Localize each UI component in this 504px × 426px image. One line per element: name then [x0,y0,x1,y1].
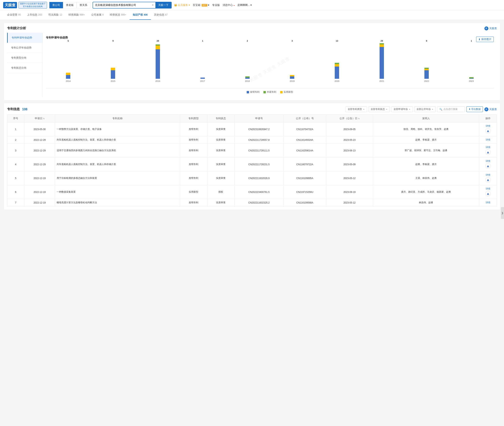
main-nav-经营风险[interactable]: 经营风险999+ [65,10,88,20]
bar-group-2023[interactable]: 12023 [449,43,494,82]
cell-no: 2 [7,136,24,144]
top-btn[interactable] [485,177,491,183]
main-nav-企业背景[interactable]: 企业背景95 [4,10,24,20]
bar-group-2015[interactable]: 92015 [91,43,136,82]
content: 专利统计分析 眼 天眼查 专利申请年份趋势专利公开年份趋势专利类型分布专利状态分… [0,20,504,213]
main-nav-公司发展[interactable]: 公司发展9 [88,10,107,20]
cell-appno: CN202211728557.8 [234,136,283,144]
cell-status: 实质审查 [207,122,234,136]
table-header-申请日: 申请日⇅ [24,115,55,122]
cell-inventor: 赵勇、李栋梁、龚月 [373,157,479,171]
main-nav-司法风险[interactable]: 司法风险12 [45,10,65,20]
bar-group-2016[interactable]: 282016 [136,43,180,82]
legend-item: 外观专利 [263,90,276,94]
member-service-btn[interactable]: 👑 会员服务 ▾ [174,3,190,7]
sort-icon[interactable]: ⇅ [43,117,45,120]
cell-date: 2022-12-29 [24,157,55,171]
cell-name: 一种数据采集装置 [55,185,180,199]
cell-date: 2022-12-19 [24,199,55,206]
patent-info-section: 专利信息 108 全部专利类型 全部专利状态 全部申请年份 全部公开年份 🔍点击… [4,103,500,210]
cell-inventor: 王震、林昌伟、赵勇 [373,171,479,185]
table-header-操作: 操作 [479,115,497,122]
cell-date: 2022-12-19 [24,185,55,199]
search-button[interactable]: 天眼一下 [155,2,171,8]
filter-btn-全部专利状态[interactable]: 全部专利状态 [368,106,390,112]
cell-type: 发明专利 [180,136,207,144]
patent-search-input[interactable]: 🔍点击进行搜索 [437,106,465,112]
search-input[interactable] [93,2,150,8]
cell-pubdate: 2023-09-19 [326,185,373,199]
cell-date: 2022-12-29 [24,144,55,157]
logo-subtitle: 国家中小企业发展子基金旗下官方备案企业征信机构 [19,2,47,8]
search-clear-icon[interactable]: ✕ [150,4,155,7]
main-nav-经营状况[interactable]: 经营状况999+ [107,10,129,20]
cell-type: 发明专利 [180,122,207,136]
cell-appno: CN202211728231.5 [234,157,283,171]
top-btn[interactable] [485,149,491,155]
filter-btn-全部公开年份[interactable]: 全部公开年份 [414,106,436,112]
bar-group-2019[interactable]: 32019 [270,43,315,82]
stats-sidebar-item[interactable]: 专利状态分布 [7,63,43,73]
top-nav-查公司[interactable]: 查公司 [49,2,63,8]
filter-btn-全部申请年份[interactable]: 全部申请年份 [391,106,413,112]
cell-type: 发明专利 [180,157,207,171]
stats-sidebar-item[interactable]: 专利类型分布 [7,53,43,63]
bar-group-2020[interactable]: 132020 [315,43,360,82]
stats-header: 专利统计分析 眼 天眼查 [7,26,497,30]
main-nav: 企业背景95上市信息283司法风险12经营风险999+公司发展9经营状况999+… [0,10,504,20]
cell-appno: CN202211728111.5 [234,144,283,157]
top-nav-查老板[interactable]: 查老板 [63,2,77,8]
stats-sidebar-item[interactable]: 专利申请年份趋势 [7,33,43,43]
bar-group-2014[interactable]: 52014 [46,43,91,82]
top-btn[interactable] [485,163,491,169]
export-btn[interactable]: ⬇ 导出数据 [467,106,483,112]
zhuanye-btn[interactable]: 专业版 [212,3,220,7]
cell-no: 1 [7,122,24,136]
right-toggle[interactable]: ❯ [501,207,504,213]
cell-inventor: 赵勇、李栋梁、龚月 [373,136,479,144]
table-header-专利状态: 专利状态 [207,115,234,122]
main-nav-历史信息[interactable]: 历史信息87 [151,10,171,20]
user-btn[interactable]: 是啊啊啊... ▾ [238,3,252,7]
main-nav-知识产权[interactable]: 知识产权406 [130,10,151,20]
cell-action: 详情 [479,171,497,185]
main-nav-上市信息[interactable]: 上市信息283 [24,10,45,20]
xiaoxi-btn[interactable]: 消息中心 ● [223,3,234,7]
cell-action: 详情 [479,157,497,171]
cell-action: 详情 [479,136,497,144]
patent-table: 序号申请日⇅专利名称专利类型专利状态申请号公开（公布）号公开（公告）日⇅发明人操… [7,114,497,206]
stats-sidebar-item[interactable]: 专利公开年份趋势 [7,43,43,53]
detail-link[interactable]: 详情 [486,146,490,149]
patent-info-title: 专利信息 [7,107,20,111]
cell-status: 实质审查 [207,199,234,206]
patent-count: 108 [22,107,28,111]
bar-group-2018[interactable]: 22018 [225,43,270,82]
bar-group-2022[interactable]: 92022 [404,43,449,82]
cell-inventor: 郭广超、胡泽琛、黄守志、王竹梅、赵勇 [373,144,479,157]
cell-type: 发明专利 [180,171,207,185]
patent-brand: 眼天眼查 [484,107,497,111]
bar-group-2017[interactable]: 12017 [180,43,225,82]
top-btn[interactable] [485,128,491,134]
logo-area: 天眼查 国家中小企业发展子基金旗下官方备案企业征信机构 [3,2,47,8]
detail-link[interactable]: 详情 [486,160,490,163]
bar-group-2021[interactable]: 292021 [360,43,404,82]
save-image-btn[interactable]: ⬇ 保存图片 [476,36,494,42]
detail-link[interactable]: 详情 [486,125,490,127]
baibao-btn[interactable]: 百宝箱 HOT ▾ [193,3,209,7]
detail-link[interactable]: 详情 [486,138,490,141]
cell-name: 适用于交通场景的多视图几何的全息路口融合方法及系统 [55,144,180,157]
cell-appno: CN202211632026.9 [234,171,283,185]
cell-name: 列车底检机器人底检控制方法、装置、机器人和存储介质 [55,136,180,144]
top-nav-查关系[interactable]: 查关系 [77,2,90,8]
patent-info-header: 专利信息 108 全部专利类型 全部专利状态 全部申请年份 全部公开年份 🔍点击… [7,106,497,112]
detail-link[interactable]: 详情 [486,187,490,190]
cell-pubno: CN116259014A [283,144,326,157]
table-header-序号: 序号 [7,115,24,122]
sort-icon[interactable]: ⇅ [358,117,360,120]
filter-btn-全部专利类型[interactable]: 全部专利类型 [346,106,367,112]
top-btn[interactable] [485,191,491,196]
detail-link[interactable]: 详情 [486,201,490,204]
logo[interactable]: 天眼查 [3,2,17,8]
detail-link[interactable]: 详情 [486,174,490,176]
